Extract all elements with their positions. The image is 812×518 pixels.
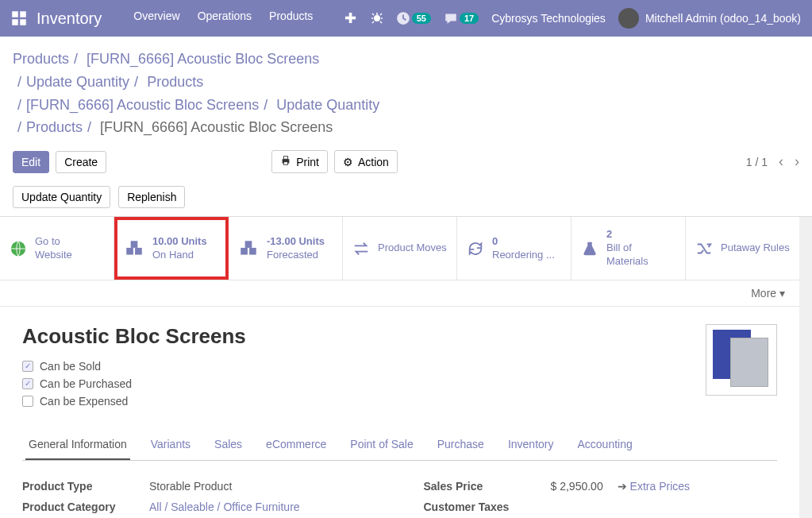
toolbar: Edit Create Print ⚙ Action 1 / 1 ‹ ›: [0, 147, 812, 183]
svg-rect-13: [241, 247, 248, 254]
crumb-4[interactable]: [FURN_6666] Acoustic Bloc Screens: [26, 97, 259, 113]
tab-sales[interactable]: Sales: [211, 430, 245, 460]
svg-rect-2: [12, 19, 18, 25]
breadcrumb: Products/ [FURN_6666] Acoustic Bloc Scre…: [0, 37, 812, 147]
tab-purchase[interactable]: Purchase: [434, 430, 487, 460]
tab-ecommerce[interactable]: eCommerce: [263, 430, 329, 460]
svg-rect-15: [245, 241, 252, 248]
action-button[interactable]: ⚙ Action: [334, 150, 398, 173]
crumb-1[interactable]: [FURN_6666] Acoustic Bloc Screens: [87, 51, 319, 67]
activity-badge[interactable]: 55: [396, 11, 431, 25]
print-button[interactable]: Print: [271, 150, 328, 173]
menu-overview[interactable]: Overview: [133, 10, 179, 27]
plus-icon[interactable]: ✚: [344, 10, 356, 27]
crumb-7: [FURN_6666] Acoustic Bloc Screens: [100, 119, 333, 135]
menu-products[interactable]: Products: [269, 10, 313, 27]
svg-rect-12: [131, 241, 138, 248]
exchange-icon: [352, 240, 370, 257]
avatar: [618, 8, 639, 29]
stat-bom[interactable]: 2Bill of Materials: [571, 217, 686, 280]
pager-next-icon[interactable]: ›: [795, 153, 799, 170]
flask-icon: [581, 240, 598, 257]
checkbox-can-be-expensed[interactable]: [22, 396, 33, 407]
svg-rect-10: [126, 247, 133, 254]
tab-general-information[interactable]: General Information: [25, 430, 130, 460]
can-be-expensed-row: Can be Expensed: [22, 395, 246, 408]
apps-icon[interactable]: [11, 10, 27, 26]
svg-rect-0: [12, 11, 18, 17]
field-product-type: Product Type Storable Product: [22, 480, 376, 493]
stat-putaway[interactable]: Putaway Rules: [686, 217, 799, 280]
stat-product-moves[interactable]: Product Moves: [343, 217, 457, 280]
tab-variants[interactable]: Variants: [148, 430, 194, 460]
can-be-purchased-row: ✓Can be Purchased: [22, 377, 246, 390]
checkbox-can-be-purchased[interactable]: ✓: [22, 378, 33, 389]
crumb-3[interactable]: Products: [147, 74, 203, 90]
boxes-icon: [238, 238, 259, 259]
refresh-icon: [467, 240, 484, 257]
svg-rect-11: [135, 247, 142, 254]
stat-bar: Go toWebsite 10.00 UnitsOn Hand -13.00 U…: [0, 217, 799, 280]
replenish-button[interactable]: Replenish: [118, 186, 185, 208]
svg-rect-14: [249, 247, 256, 254]
pager: 1 / 1 ‹ ›: [746, 153, 799, 170]
crumb-5[interactable]: Update Quantity: [276, 97, 379, 113]
tab-pos[interactable]: Point of Sale: [347, 430, 416, 460]
top-navbar: Inventory Overview Operations Products ✚…: [0, 0, 812, 37]
user-name: Mitchell Admin (odoo_14_book): [645, 12, 801, 25]
checkbox-can-be-sold[interactable]: ✓: [22, 361, 33, 372]
field-product-category: Product Category All / Saleable / Office…: [22, 501, 376, 513]
caret-down-icon: ▾: [779, 287, 785, 300]
user-menu[interactable]: Mitchell Admin (odoo_14_book): [618, 8, 801, 29]
crumb-2[interactable]: Update Quantity: [26, 74, 129, 90]
messaging-badge[interactable]: 17: [444, 11, 479, 25]
app-title[interactable]: Inventory: [37, 10, 102, 28]
field-customer-taxes: Customer Taxes: [424, 501, 778, 513]
shuffle-icon: [695, 240, 713, 257]
menu-operations[interactable]: Operations: [198, 10, 252, 27]
globe-icon: [10, 240, 27, 257]
main-menu: Overview Operations Products ✚: [133, 10, 356, 27]
pager-text: 1 / 1: [746, 156, 768, 168]
arrow-right-icon: ➔: [618, 480, 627, 493]
product-name: Acoustic Bloc Screens: [22, 324, 246, 349]
tab-accounting[interactable]: Accounting: [574, 430, 635, 460]
extra-prices-link[interactable]: ➔Extra Prices: [614, 480, 690, 493]
create-button[interactable]: Create: [56, 151, 106, 173]
stat-forecasted[interactable]: -13.00 UnitsForecasted: [229, 217, 343, 280]
pager-prev-icon[interactable]: ‹: [779, 153, 783, 170]
svg-rect-7: [284, 157, 288, 160]
stat-goto-website[interactable]: Go toWebsite: [0, 217, 114, 280]
boxes-icon: [124, 238, 144, 259]
edit-button[interactable]: Edit: [13, 151, 49, 173]
can-be-sold-row: ✓Can be Sold: [22, 360, 246, 373]
print-icon: [280, 155, 291, 168]
scrollbar[interactable]: [799, 217, 812, 518]
crumb-6[interactable]: Products: [26, 119, 83, 135]
update-quantity-button[interactable]: Update Quantity: [13, 186, 110, 208]
more-button[interactable]: More ▾: [751, 287, 785, 300]
svg-rect-3: [20, 19, 26, 25]
form-tabs: General Information Variants Sales eComm…: [22, 430, 777, 461]
svg-point-4: [374, 15, 380, 21]
bug-icon[interactable]: [371, 11, 383, 26]
tab-inventory[interactable]: Inventory: [505, 430, 557, 460]
stat-reordering[interactable]: 0Reordering ...: [457, 217, 571, 280]
crumb-0[interactable]: Products: [13, 51, 69, 67]
form-view: Go toWebsite 10.00 UnitsOn Hand -13.00 U…: [0, 217, 799, 518]
activity-count: 55: [412, 13, 431, 24]
product-image[interactable]: [706, 324, 777, 396]
sub-toolbar: Update Quantity Replenish: [0, 183, 812, 217]
svg-rect-8: [284, 162, 288, 165]
gear-icon: ⚙: [343, 156, 353, 168]
stat-more-row: More ▾: [0, 280, 799, 307]
messaging-count: 17: [460, 13, 479, 24]
stat-on-hand[interactable]: 10.00 UnitsOn Hand: [114, 217, 229, 280]
svg-rect-1: [20, 11, 26, 17]
company-name[interactable]: Cybrosys Technologies: [491, 12, 606, 25]
field-sales-price: Sales Price $ 2,950.00 ➔Extra Prices: [424, 480, 778, 493]
